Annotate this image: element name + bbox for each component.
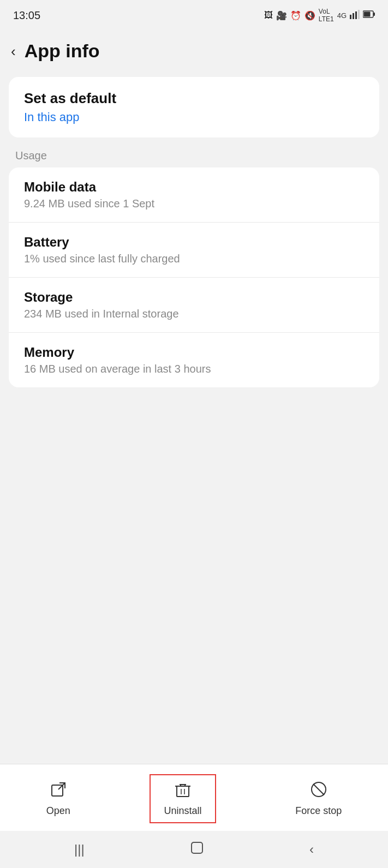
svg-rect-18	[192, 842, 202, 853]
storage-title: Storage	[24, 290, 364, 305]
memory-sub: 16 MB used on average in last 3 hours	[24, 363, 364, 375]
uninstall-icon	[174, 781, 192, 802]
back-button[interactable]: ‹	[11, 44, 16, 58]
battery-icon	[363, 10, 375, 20]
svg-rect-6	[364, 12, 371, 17]
mobile-data-sub: 9.24 MB used since 1 Sept	[24, 197, 364, 210]
force-stop-label: Force stop	[295, 805, 342, 817]
open-button[interactable]: Open	[33, 775, 83, 822]
volte-icon: VoLLTE1	[319, 8, 334, 23]
nav-home-icon[interactable]	[189, 840, 205, 859]
app-info-header: ‹ App info	[0, 31, 388, 73]
svg-rect-0	[350, 15, 351, 19]
bottom-action-bar: Open Uninstall Force stop	[0, 764, 388, 831]
usage-section-label: Usage	[0, 142, 388, 165]
storage-sub: 234 MB used in Internal storage	[24, 308, 364, 320]
4g-icon: 4G	[337, 11, 347, 20]
navigation-bar: ||| ‹	[0, 831, 388, 868]
force-stop-icon	[310, 781, 327, 802]
svg-rect-9	[177, 786, 189, 797]
svg-rect-5	[373, 13, 375, 16]
page-title: App info	[25, 40, 100, 62]
photo-icon: 🖼	[264, 10, 273, 20]
force-stop-button[interactable]: Force stop	[282, 775, 355, 822]
set-default-card[interactable]: Set as default In this app	[9, 77, 379, 137]
memory-item[interactable]: Memory 16 MB used on average in last 3 h…	[9, 333, 379, 387]
status-bar: 13:05 🖼 🎥 ⏰ 🔇 VoLLTE1 4G	[0, 0, 388, 31]
status-icons: 🖼 🎥 ⏰ 🔇 VoLLTE1 4G	[264, 8, 375, 23]
mobile-data-title: Mobile data	[24, 179, 364, 195]
svg-rect-2	[355, 11, 357, 19]
nav-back-icon[interactable]: ‹	[309, 842, 314, 857]
mobile-data-item[interactable]: Mobile data 9.24 MB used since 1 Sept	[9, 167, 379, 223]
open-icon	[50, 781, 67, 802]
svg-rect-3	[358, 10, 360, 19]
battery-sub: 1% used since last fully charged	[24, 253, 364, 265]
uninstall-button[interactable]: Uninstall	[150, 774, 216, 823]
signal-icon	[350, 9, 360, 21]
open-label: Open	[46, 805, 70, 817]
mute-icon: 🔇	[305, 10, 315, 21]
svg-rect-1	[353, 13, 354, 19]
svg-line-8	[58, 783, 65, 789]
battery-item[interactable]: Battery 1% used since last fully charged	[9, 223, 379, 278]
nav-recents-icon[interactable]: |||	[74, 842, 85, 857]
storage-item[interactable]: Storage 234 MB used in Internal storage	[9, 278, 379, 333]
set-default-subtitle: In this app	[24, 110, 364, 124]
alarm-icon: ⏰	[290, 10, 301, 21]
battery-title: Battery	[24, 235, 364, 250]
memory-title: Memory	[24, 345, 364, 360]
status-time: 13:05	[13, 9, 40, 22]
uninstall-label: Uninstall	[164, 805, 201, 817]
set-default-title: Set as default	[24, 90, 364, 107]
video-icon: 🎥	[276, 10, 287, 21]
usage-card: Mobile data 9.24 MB used since 1 Sept Ba…	[9, 167, 379, 387]
svg-line-17	[313, 784, 324, 795]
